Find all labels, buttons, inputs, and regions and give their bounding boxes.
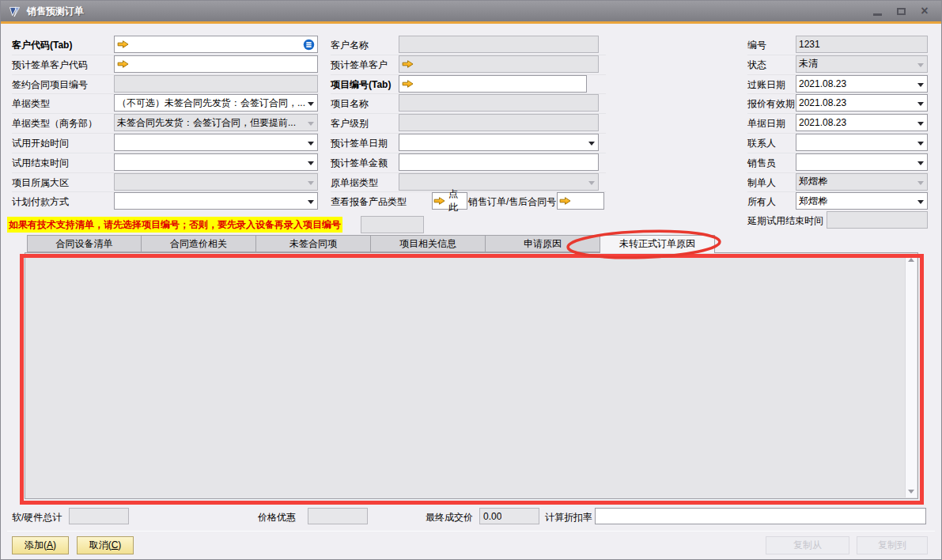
tab-project-related-info[interactable]: 项目相关信息 (371, 235, 486, 252)
project-name-input (399, 94, 599, 112)
scroll-down-button[interactable] (906, 486, 917, 498)
tab-unsigned-contract-items[interactable]: 未签合同项 (256, 235, 371, 252)
price-discount-label: 价格优惠 (258, 511, 296, 524)
cancel-button[interactable]: 取消(C) (77, 536, 134, 554)
extended-trial-end-time-label: 延期试用结束时间 (747, 214, 823, 228)
link-arrow-icon[interactable] (117, 40, 129, 48)
form-column-middle: 客户名称 预计签单客户 项目编号(Tab) 项目名称 (331, 36, 606, 212)
sales-forecast-order-window: 销售预测订单 × 客户代码(Tab) 预计签单客户代码 签约合同项目编号 (0, 0, 942, 560)
tab-contract-cost-related[interactable]: 合同造价相关 (142, 235, 256, 252)
document-type-commerce-label: 单据类型（商务部） (12, 117, 97, 131)
contact-person-select[interactable] (796, 134, 928, 151)
project-no-label: 项目编号(Tab) (331, 78, 391, 92)
dropdown-arrow-icon[interactable] (917, 200, 924, 204)
expected-sign-date-label: 预计签单日期 (331, 137, 388, 150)
choose-from-list-icon[interactable] (303, 39, 315, 51)
dropdown-arrow-icon[interactable] (308, 102, 314, 106)
click-here-text[interactable]: 点此 (448, 187, 466, 214)
form-row: 销售员 (747, 153, 929, 173)
expected-sign-amount-label: 预计签单金额 (331, 157, 388, 170)
form-row: 项目所属大区 (12, 173, 319, 193)
sales-order-aftersales-contract-no-input[interactable] (557, 192, 604, 210)
tab-contract-equipment-list[interactable]: 合同设备清单 (27, 235, 142, 252)
contact-person-label: 联系人 (747, 137, 776, 150)
vertical-scrollbar[interactable] (905, 254, 917, 498)
form-row: 试用结束时间 (12, 153, 319, 173)
form-row: 预计签单客户 (331, 55, 606, 75)
salesperson-select[interactable] (796, 153, 928, 171)
link-arrow-icon[interactable] (402, 80, 414, 88)
trial-end-time-select[interactable] (114, 153, 318, 171)
dropdown-arrow-icon[interactable] (308, 142, 314, 146)
dropdown-arrow-icon[interactable] (308, 161, 314, 165)
reason-textarea[interactable] (25, 252, 918, 499)
project-no-input[interactable] (399, 75, 587, 93)
dropdown-arrow-icon (917, 181, 924, 185)
link-arrow-icon[interactable] (433, 197, 445, 205)
expected-sign-amount-input[interactable] (399, 153, 599, 171)
dropdown-arrow-icon[interactable] (917, 142, 924, 146)
window-title: 销售预测订单 (27, 5, 84, 18)
tab-bar: 合同设备清单 合同造价相关 未签合同项 项目相关信息 申请原因 未转正式订单原因 (27, 235, 715, 252)
form-row: 单据类型（商务部） 未签合同先发货：会签订合同，但要提前... (12, 114, 319, 134)
expected-sign-customer-label: 预计签单客户 (331, 59, 388, 72)
customer-code-input[interactable] (114, 36, 318, 53)
project-name-label: 项目名称 (331, 97, 369, 111)
link-arrow-icon[interactable] (402, 60, 414, 68)
dropdown-arrow-icon[interactable] (917, 122, 924, 126)
form-row: 单据类型 （不可选）未签合同先发货：会签订合同，... (12, 94, 319, 114)
customer-code-label: 客户代码(Tab) (12, 39, 72, 52)
form-row: 签约合同项目编号 (12, 75, 319, 95)
expected-sign-customer-code-label: 预计签单客户代码 (12, 59, 88, 72)
owner-select[interactable]: 郑熠桦 (796, 192, 928, 210)
maximize-button[interactable] (889, 1, 913, 21)
expected-sign-customer-input (399, 55, 599, 73)
final-deal-price-input: 0.00 (479, 508, 539, 524)
form-row: 预计签单金额 (331, 153, 606, 173)
form-row: 原单据类型 (331, 173, 606, 193)
minimize-button[interactable] (865, 1, 889, 21)
form-row: 状态 未清 (747, 55, 929, 75)
expected-sign-customer-code-input[interactable] (114, 55, 318, 73)
form-row: 项目编号(Tab) (331, 75, 606, 95)
sales-order-aftersales-contract-no-label: 销售订单/售后合同号 (468, 195, 556, 209)
original-document-type-select (399, 173, 599, 191)
form-row: 所有人 郑熠桦 (747, 192, 929, 212)
planned-payment-method-label: 计划付款方式 (12, 195, 69, 209)
link-arrow-icon[interactable] (117, 60, 129, 68)
form-row: 客户级别 (331, 114, 606, 134)
posting-date-select[interactable]: 2021.08.23 (796, 75, 928, 93)
dropdown-arrow-icon[interactable] (917, 161, 924, 165)
dropdown-arrow-icon[interactable] (588, 142, 595, 146)
expected-sign-date-select[interactable] (399, 134, 599, 151)
scroll-up-button[interactable] (906, 254, 917, 266)
dropdown-arrow-icon[interactable] (917, 102, 924, 106)
signed-contract-project-no-label: 签约合同项目编号 (12, 78, 88, 92)
form-row: 客户名称 (331, 36, 606, 55)
trial-end-time-label: 试用结束时间 (12, 157, 69, 170)
dropdown-arrow-icon[interactable] (308, 200, 314, 204)
dropdown-arrow-icon[interactable] (917, 83, 924, 87)
view-reported-product-type-link[interactable]: 点此 (432, 192, 467, 210)
calculated-discount-rate-input[interactable] (595, 508, 926, 524)
quote-valid-until-select[interactable]: 2021.08.23 (796, 94, 928, 112)
dropdown-arrow-icon (308, 181, 314, 185)
form-column-right: 编号 1231 状态 未清 过账日期 2021.08.23 报价有效期 2021… (747, 36, 929, 212)
document-date-select[interactable]: 2021.08.23 (796, 114, 928, 131)
salesperson-label: 销售员 (747, 157, 776, 170)
form-column-left: 客户代码(Tab) 预计签单客户代码 签约合同项目编号 单据类型 （不可选）未签… (12, 36, 319, 212)
dropdown-arrow-icon (308, 122, 314, 126)
tab-application-reason[interactable]: 申请原因 (486, 235, 600, 252)
close-button[interactable]: × (913, 1, 936, 21)
accent-line (1, 21, 941, 24)
title-bar: 销售预测订单 × (1, 1, 941, 21)
link-arrow-icon[interactable] (559, 197, 571, 205)
document-date-label: 单据日期 (747, 117, 785, 131)
add-button[interactable]: 添加(A) (12, 536, 69, 554)
document-number-input: 1231 (796, 36, 928, 53)
trial-start-time-select[interactable] (114, 134, 318, 151)
form-row: 项目名称 (331, 94, 606, 114)
planned-payment-method-select[interactable] (114, 192, 318, 210)
document-type-select[interactable]: （不可选）未签合同先发货：会签订合同，... (114, 94, 318, 112)
tab-not-converted-order-reason[interactable]: 未转正式订单原因 (600, 235, 715, 253)
